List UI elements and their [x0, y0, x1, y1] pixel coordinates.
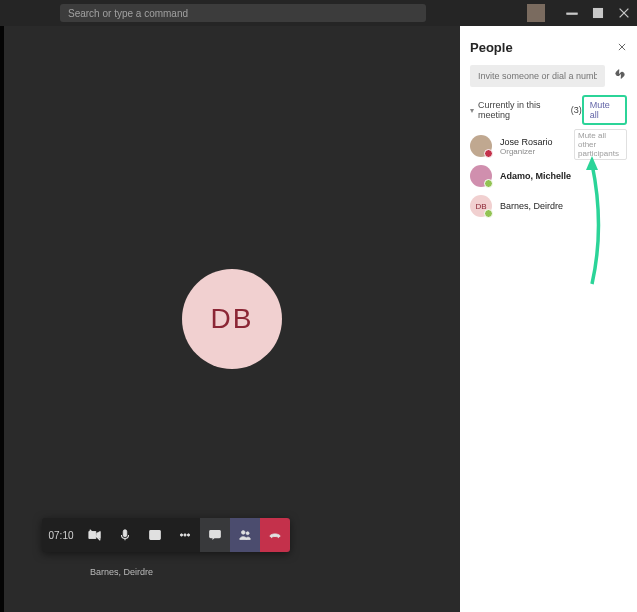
people-header: People — [470, 40, 627, 55]
svg-point-12 — [246, 532, 249, 535]
minimize-button[interactable] — [559, 0, 585, 26]
participant-row[interactable]: DBBarnes, Deirdre — [470, 191, 627, 221]
mic-toggle-button[interactable] — [110, 518, 140, 552]
participants-section-header[interactable]: ▾ Currently in this meeting (3) Mute all — [470, 95, 627, 125]
participant-row[interactable]: Adamo, Michelle — [470, 161, 627, 191]
speaker-avatar: DB — [182, 269, 282, 369]
section-label: Currently in this meeting — [478, 100, 568, 120]
participant-avatar — [470, 135, 492, 157]
speaker-avatar-initials: DB — [211, 303, 254, 335]
meeting-stage: DB 07:10 Bar — [4, 26, 460, 612]
mute-all-highlight: Mute all — [582, 95, 627, 125]
participant-avatar: DB — [470, 195, 492, 217]
main-area: DB 07:10 Bar — [0, 26, 637, 612]
participant-name: Jose Rosario — [500, 137, 553, 147]
close-panel-button[interactable] — [617, 41, 627, 55]
svg-point-7 — [180, 534, 182, 536]
people-panel-title: People — [470, 40, 513, 55]
participant-name: Adamo, Michelle — [500, 171, 571, 181]
svg-point-8 — [184, 534, 186, 536]
mute-all-tooltip: Mute all other participants — [574, 129, 627, 160]
participant-role: Organizer — [500, 147, 553, 156]
title-bar: Search or type a command — [0, 0, 637, 26]
window-controls — [527, 0, 637, 26]
mute-all-button[interactable]: Mute all — [590, 100, 610, 120]
section-count: (3) — [571, 105, 582, 115]
presence-indicator — [484, 209, 493, 218]
more-actions-button[interactable] — [170, 518, 200, 552]
copy-link-icon[interactable] — [613, 67, 627, 85]
camera-toggle-button[interactable] — [80, 518, 110, 552]
svg-rect-0 — [567, 13, 578, 14]
svg-point-11 — [242, 531, 246, 535]
participant-name: Barnes, Deirdre — [500, 201, 563, 211]
hang-up-button[interactable] — [260, 518, 290, 552]
speaker-name-caption: Barnes, Deirdre — [90, 567, 153, 577]
share-screen-button[interactable] — [140, 518, 170, 552]
people-button[interactable] — [230, 518, 260, 552]
presence-indicator — [484, 179, 493, 188]
people-panel: People ▾ Currently in this meeting (3) M… — [460, 26, 637, 612]
svg-rect-5 — [123, 530, 127, 537]
svg-rect-1 — [594, 9, 603, 18]
search-input[interactable]: Search or type a command — [60, 4, 426, 22]
call-timer: 07:10 — [42, 530, 80, 541]
svg-point-9 — [187, 534, 189, 536]
participants-list: Jose RosarioOrganizerMute all other part… — [470, 131, 627, 221]
search-placeholder-text: Search or type a command — [68, 8, 188, 19]
maximize-button[interactable] — [585, 0, 611, 26]
call-control-bar: 07:10 — [42, 518, 290, 552]
svg-rect-10 — [210, 531, 221, 538]
close-button[interactable] — [611, 0, 637, 26]
presence-indicator — [484, 149, 493, 158]
chat-button[interactable] — [200, 518, 230, 552]
chevron-down-icon: ▾ — [470, 106, 474, 115]
invite-input[interactable] — [470, 65, 605, 87]
user-avatar-square[interactable] — [527, 4, 545, 22]
participant-avatar — [470, 165, 492, 187]
invite-row — [470, 65, 627, 87]
participant-row[interactable]: Jose RosarioOrganizerMute all other part… — [470, 131, 627, 161]
